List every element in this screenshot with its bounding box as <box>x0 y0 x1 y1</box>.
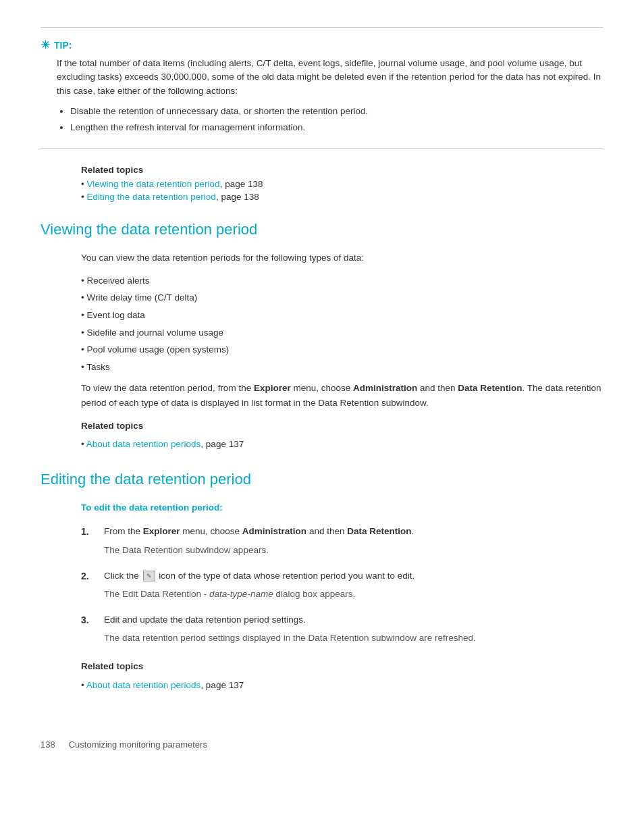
step-2-sub: The Edit Data Retention - data-type-name… <box>104 587 603 602</box>
tip-bullet-2: Lengthen the refresh interval for manage… <box>70 121 603 134</box>
step-2-after: icon of the type of data whose retention… <box>157 571 415 581</box>
viewing-desc-start: To view the data retention period, from … <box>81 383 254 393</box>
editing-step-1: 1. From the Explorer menu, choose Admini… <box>81 524 603 557</box>
step-3-sub: The data retention period settings displ… <box>104 631 603 646</box>
tip-related-suffix-1: , page 138 <box>220 179 263 189</box>
editing-content: To edit the data retention period: 1. Fr… <box>41 500 603 692</box>
editing-related: Related topics About data retention peri… <box>81 659 603 692</box>
viewing-bullet-1: Received alerts <box>81 273 603 288</box>
viewing-bullet-6: Tasks <box>81 360 603 375</box>
viewing-description: To view the data retention period, from … <box>81 381 603 410</box>
step-1-admin: Administration <box>242 526 306 536</box>
viewing-bullets: Received alerts Write delay time (C/T de… <box>81 273 603 375</box>
editing-related-suffix-1: , page 137 <box>200 680 244 690</box>
editing-related-title: Related topics <box>81 659 603 674</box>
viewing-related-title: Related topics <box>81 419 603 434</box>
viewing-desc-admin: Administration <box>353 383 417 393</box>
footer-page-number: 138 <box>41 739 55 750</box>
step-1-end: . <box>411 526 414 536</box>
tip-related-list: Viewing the data retention period, page … <box>81 179 603 202</box>
tip-header: ☀ TIP: <box>41 38 603 51</box>
viewing-related-link-1[interactable]: About data retention periods <box>86 439 201 449</box>
step-1-start: From the <box>104 526 143 536</box>
step-1-number: 1. <box>81 524 100 539</box>
tip-related-link-1[interactable]: Viewing the data retention period <box>86 179 219 189</box>
tip-box: ☀ TIP: If the total number of data items… <box>41 27 603 149</box>
viewing-bullet-3: Event log data <box>81 308 603 323</box>
step-1-mid: menu, choose <box>180 526 242 536</box>
tip-icon: ☀ <box>41 38 50 51</box>
footer-title: Customizing monitoring parameters <box>69 739 207 750</box>
step-2-sub-start: The Edit Data Retention - <box>104 589 209 599</box>
viewing-bullet-4: Sidefile and journal volume usage <box>81 325 603 340</box>
editing-step-3: 3. Edit and update the data retention pe… <box>81 613 603 646</box>
tip-related-title: Related topics <box>81 165 603 175</box>
step-2-sub-end: dialog box appears. <box>273 589 356 599</box>
viewing-related-list: About data retention periods, page 137 <box>81 437 603 452</box>
step-1-content: From the Explorer menu, choose Administr… <box>104 524 603 557</box>
step-1-sub: The Data Retention subwindow appears. <box>104 543 603 558</box>
tip-related-link-2[interactable]: Editing the data retention period <box>86 192 215 202</box>
viewing-heading: Viewing the data retention period <box>41 221 603 241</box>
tip-related-item-2: Editing the data retention period, page … <box>81 192 603 202</box>
editing-step-2: 2. Click the ✎ icon of the type of data … <box>81 569 603 602</box>
step-2-number: 2. <box>81 569 100 583</box>
viewing-related-suffix-1: , page 137 <box>200 439 244 449</box>
tip-related-topics: Related topics Viewing the data retentio… <box>41 165 603 202</box>
step-1-dr: Data Retention <box>347 526 411 536</box>
tip-bullet-list: Disable the retention of unnecessary dat… <box>57 105 603 135</box>
viewing-bullet-5: Pool volume usage (open systems) <box>81 342 603 357</box>
step-2-sub-italic: data-type-name <box>209 589 273 599</box>
editing-related-item-1: About data retention periods, page 137 <box>81 678 603 693</box>
step-3-number: 3. <box>81 613 100 627</box>
page-footer: 138 Customizing monitoring parameters <box>41 733 603 750</box>
editing-steps: 1. From the Explorer menu, choose Admini… <box>81 524 603 646</box>
editing-heading: Editing the data retention period <box>41 471 603 491</box>
step-3-main: Edit and update the data retention perio… <box>104 615 306 625</box>
tip-related-suffix-2: , page 138 <box>216 192 259 202</box>
step-1-then: and then <box>306 526 347 536</box>
viewing-desc-explorer: Explorer <box>254 383 291 393</box>
viewing-desc-mid: menu, choose <box>291 383 353 393</box>
editing-subheading: To edit the data retention period: <box>81 500 603 515</box>
tip-label: TIP: <box>54 40 72 51</box>
viewing-bullet-2: Write delay time (C/T delta) <box>81 290 603 305</box>
tip-paragraph: If the total number of data items (inclu… <box>57 57 603 98</box>
tip-body: If the total number of data items (inclu… <box>41 57 603 134</box>
tip-related-item-1: Viewing the data retention period, page … <box>81 179 603 189</box>
viewing-content: You can view the data retention periods … <box>41 251 603 452</box>
step-1-explorer: Explorer <box>143 526 180 536</box>
page-content: ☀ TIP: If the total number of data items… <box>0 0 644 790</box>
tip-bullet-1: Disable the retention of unnecessary dat… <box>70 105 603 118</box>
step-3-content: Edit and update the data retention perio… <box>104 613 603 646</box>
editing-related-link-1[interactable]: About data retention periods <box>86 680 201 690</box>
step-2-before: Click the <box>104 571 142 581</box>
viewing-intro: You can view the data retention periods … <box>81 251 603 265</box>
viewing-desc-then: and then <box>417 383 458 393</box>
viewing-related-item-1: About data retention periods, page 137 <box>81 437 603 452</box>
edit-icon: ✎ <box>143 571 155 581</box>
editing-related-list: About data retention periods, page 137 <box>81 678 603 693</box>
step-2-content: Click the ✎ icon of the type of data who… <box>104 569 603 602</box>
viewing-desc-dr: Data Retention <box>458 383 522 393</box>
